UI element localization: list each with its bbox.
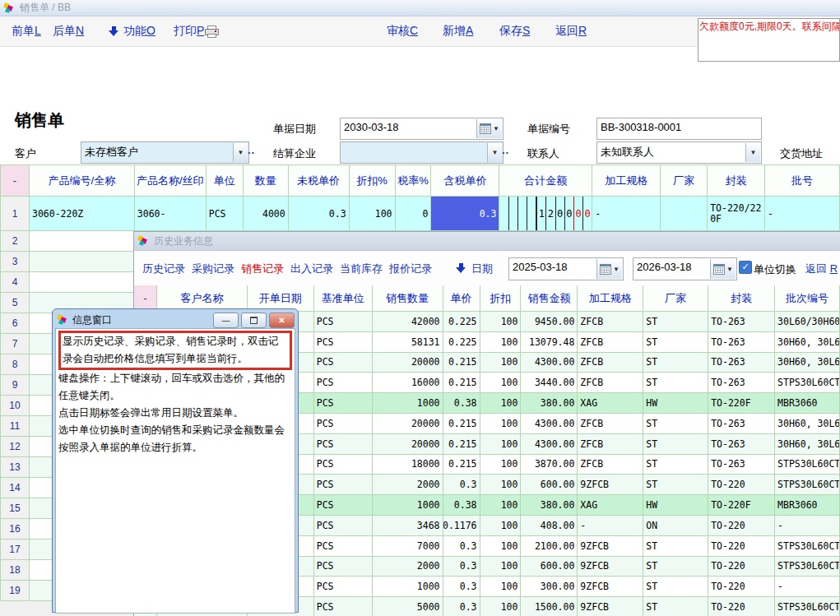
next-doc-button[interactable]: 后单N <box>53 24 84 39</box>
history-cell: STPS30L60CT <box>775 455 840 475</box>
sales-column-header[interactable]: 产品编号/全称 <box>30 165 135 197</box>
history-cell: 600.00 <box>521 557 578 577</box>
history-column-header[interactable]: 加工规格 <box>578 285 643 312</box>
grid-cell[interactable]: 100 <box>350 197 396 231</box>
history-cell: 0.215 <box>443 455 480 475</box>
history-column-header[interactable]: 销售金额 <box>521 285 578 312</box>
tab-quote-records[interactable]: 报价记录 <box>389 262 432 276</box>
doc-no-input[interactable]: BB-300318-0001 <box>596 118 762 140</box>
sales-column-header[interactable]: 折扣% <box>350 165 396 197</box>
settle-company-more-button[interactable]: .. <box>502 144 509 156</box>
add-button[interactable]: 新增A <box>443 24 473 39</box>
history-cell: 2100.00 <box>521 536 578 557</box>
info-window: 信息窗口 — ✕ 显示历史记录、采购记录、销售记录时，双击记录会自动把价格信息填… <box>52 308 299 613</box>
grid-cell[interactable]: 3060- <box>135 197 207 231</box>
date-label[interactable]: 日期 <box>471 262 493 276</box>
sales-column-header[interactable]: 税率% <box>396 165 432 197</box>
customer-more-button[interactable]: .. <box>248 144 255 156</box>
function-arrow-icon[interactable] <box>109 26 119 37</box>
history-column-header[interactable]: 销售数量 <box>373 285 443 312</box>
audit-button[interactable]: 审核C <box>387 24 418 39</box>
history-cell: 2000 <box>373 557 443 577</box>
tab-history-records[interactable]: 历史记录 <box>142 262 185 276</box>
grid-cell[interactable]: 0.3 <box>431 197 499 231</box>
date-arrow-icon[interactable] <box>456 263 466 274</box>
back-button[interactable]: 返回R <box>555 24 587 39</box>
grid-cell[interactable]: 3060-220Z <box>30 197 135 231</box>
save-button[interactable]: 保存S <box>499 24 530 39</box>
doc-date-input[interactable]: 2030-03-18 ▼ <box>340 118 504 140</box>
sales-column-header[interactable]: - <box>1 165 30 197</box>
settle-company-select[interactable]: ▼ <box>340 141 504 164</box>
history-cell: 600.00 <box>521 475 578 495</box>
grid-cell[interactable]: 0 <box>396 197 432 231</box>
date-from-input[interactable]: 2025-03-18 ▼ <box>508 257 624 280</box>
tab-purchase-records[interactable]: 采购记录 <box>192 262 234 276</box>
date-from-calendar-button[interactable]: ▼ <box>596 259 622 279</box>
tab-inout-records[interactable]: 出入记录 <box>290 262 333 276</box>
amount-digit: 0 <box>564 197 573 230</box>
history-column-header[interactable]: 单价 <box>443 285 480 312</box>
history-cell: 0.38 <box>443 393 480 414</box>
grid-cell[interactable]: 0.3 <box>289 197 350 231</box>
tab-sales-records[interactable]: 销售记录 <box>241 262 284 276</box>
sales-column-header[interactable]: 产品名称/丝印 <box>135 165 207 197</box>
contact-dropdown-arrow[interactable]: ▼ <box>745 143 760 162</box>
settle-company-dropdown-arrow[interactable]: ▼ <box>487 143 502 162</box>
info-window-icon <box>57 314 68 326</box>
info-window-title: 信息窗口 <box>72 313 112 327</box>
history-column-header[interactable]: 折扣 <box>480 285 522 312</box>
history-cell: 3870.00 <box>521 455 578 475</box>
customer-select[interactable]: 未存档客户 ▼ <box>81 141 249 164</box>
history-cell: TO-263 <box>708 353 775 373</box>
sales-column-header[interactable]: 含税单价 <box>431 165 499 197</box>
history-cell: TO-220 <box>708 536 775 557</box>
history-cell: ST <box>643 455 708 475</box>
history-cell: 0.3 <box>443 577 480 597</box>
sales-column-header[interactable]: 批号 <box>765 165 840 197</box>
prev-doc-button[interactable]: 前单L <box>12 24 41 39</box>
restore-button[interactable] <box>241 313 267 328</box>
history-return-button[interactable]: 返回 R <box>805 262 838 276</box>
history-column-header[interactable]: 厂家 <box>643 285 708 312</box>
grid-cell[interactable]: TO-220/220F <box>708 197 765 231</box>
row-number[interactable]: 1 <box>1 197 30 231</box>
history-cell: 380.00 <box>521 393 578 414</box>
customer-dropdown-arrow[interactable]: ▼ <box>233 143 248 162</box>
history-cell: TO-220 <box>708 577 775 597</box>
function-button[interactable]: 功能O <box>123 24 155 39</box>
sales-column-header[interactable]: 数量 <box>244 165 289 197</box>
history-cell: TO-263 <box>708 455 775 475</box>
printer-icon[interactable] <box>205 25 219 37</box>
unit-switch-checkbox[interactable]: ✓ <box>739 261 752 274</box>
sales-column-header[interactable]: 加工规格 <box>592 165 661 197</box>
sales-grid-row[interactable]: 13060-220Z3060-PCS40000.310000.3120000-T… <box>0 197 840 231</box>
print-button[interactable]: 打印P <box>174 24 204 39</box>
sales-column-header[interactable]: 封装 <box>708 165 765 197</box>
grid-cell[interactable]: - <box>592 197 661 231</box>
grid-cell[interactable] <box>661 197 708 231</box>
history-cell: TO-220 <box>708 557 775 577</box>
grid-cell[interactable]: 4000 <box>244 197 289 231</box>
sales-column-header[interactable]: 单位 <box>207 165 244 197</box>
close-button[interactable]: ✕ <box>269 313 295 328</box>
doc-date-calendar-button[interactable]: ▼ <box>476 119 502 138</box>
history-cell: 0.3 <box>443 475 480 495</box>
row-number: 11 <box>1 416 30 437</box>
sales-column-header[interactable]: 合计金额 <box>499 165 592 197</box>
history-cell: PCS <box>314 434 373 455</box>
minimize-button[interactable]: — <box>213 313 239 328</box>
grid-cell <box>30 252 135 272</box>
date-to-input[interactable]: 2026-03-18 ▼ <box>633 257 737 280</box>
grid-cell[interactable]: 120000 <box>499 197 592 231</box>
date-to-calendar-button[interactable]: ▼ <box>710 259 736 279</box>
history-column-header[interactable]: 批次编号 <box>775 285 840 312</box>
contact-select[interactable]: 未知联系人 ▼ <box>596 141 762 164</box>
grid-cell[interactable]: - <box>765 197 840 231</box>
tab-current-stock[interactable]: 当前库存 <box>340 262 383 276</box>
history-column-header[interactable]: 封装 <box>708 285 775 312</box>
grid-cell[interactable]: PCS <box>207 197 244 231</box>
sales-column-header[interactable]: 未税单价 <box>289 165 350 197</box>
history-column-header[interactable]: 基准单位 <box>314 285 373 312</box>
sales-column-header[interactable]: 厂家 <box>661 165 708 197</box>
